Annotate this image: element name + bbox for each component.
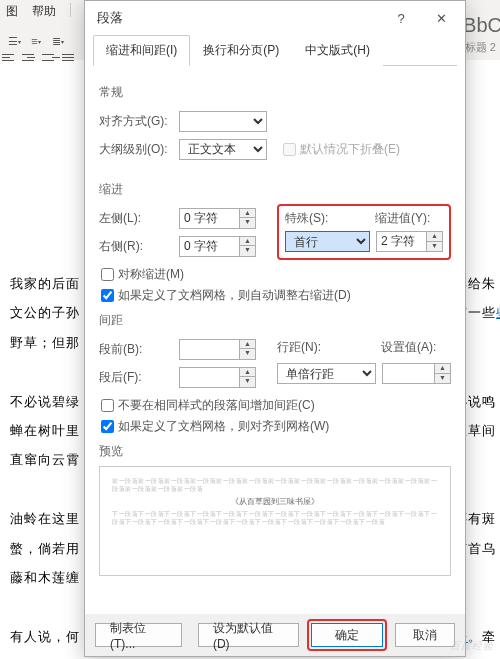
section-preview: 预览 [99, 443, 451, 460]
alignment-select[interactable] [179, 111, 267, 132]
section-spacing: 间距 [99, 312, 451, 329]
dialog-title: 段落 [97, 9, 381, 27]
no-space-checkbox[interactable] [101, 399, 114, 412]
set-value-label: 设置值(A): [381, 339, 451, 356]
alignment-label: 对齐方式(G): [99, 113, 173, 130]
indent-value-input[interactable]: ▲▼ [376, 231, 443, 252]
section-general: 常规 [99, 84, 451, 101]
after-label: 段后(F): [99, 369, 173, 386]
paragraph-dialog: 段落 ? ✕ 缩进和间距(I) 换行和分页(P) 中文版式(H) 常规 对齐方式… [84, 0, 466, 657]
collapse-checkbox [283, 143, 296, 156]
document-body-left: 我家的后面 文公的子孙 野草；但那 不必说碧绿 蝉在树叶里 直窜向云霄 油蛉在这… [10, 272, 80, 659]
tabs-button[interactable]: 制表位(T)... [95, 623, 182, 647]
cancel-button[interactable]: 取消 [395, 623, 455, 647]
outline-select[interactable]: 正文文本 [179, 139, 267, 160]
grid-adjust-checkbox[interactable] [101, 289, 114, 302]
ribbon-list-icons[interactable]: ☰▾ ≡▾ ≣▾ [0, 30, 72, 52]
set-value-input[interactable]: ▲▼ [382, 363, 451, 384]
before-input[interactable]: ▲▼ [179, 339, 256, 360]
right-indent-label: 右侧(R): [99, 238, 173, 255]
tab-asian[interactable]: 中文版式(H) [292, 35, 383, 66]
section-indent: 缩进 [99, 181, 451, 198]
left-indent-label: 左侧(L): [99, 210, 173, 227]
close-button[interactable]: ✕ [421, 3, 461, 33]
ribbon-align-icons[interactable] [2, 50, 80, 64]
grid-align-checkbox[interactable] [101, 420, 114, 433]
help-button[interactable]: ? [381, 3, 421, 33]
right-indent-input[interactable]: ▲▼ [179, 236, 256, 257]
app-menu: 图 帮助 [6, 3, 71, 20]
line-spacing-select[interactable]: 单倍行距 [277, 363, 376, 384]
line-spacing-label: 行距(N): [277, 339, 375, 356]
indent-value-label: 缩进值(Y): [375, 210, 443, 227]
special-select[interactable]: 首行 [285, 231, 370, 252]
special-indent-highlight: 特殊(S): 缩进值(Y): 首行 ▲▼ [277, 204, 451, 260]
tab-line-page[interactable]: 换行和分页(P) [190, 35, 292, 66]
left-indent-input[interactable]: ▲▼ [179, 208, 256, 229]
ok-highlight: 确定 [307, 619, 387, 651]
after-input[interactable]: ▲▼ [179, 367, 256, 388]
tab-indent-spacing[interactable]: 缩进和间距(I) [93, 35, 190, 66]
watermark: 百度经验 [450, 639, 494, 653]
special-label: 特殊(S): [285, 210, 369, 227]
mirror-indent-checkbox[interactable] [101, 268, 114, 281]
dialog-tabs: 缩进和间距(I) 换行和分页(P) 中文版式(H) [85, 35, 465, 66]
outline-label: 大纲级别(O): [99, 141, 173, 158]
set-default-button[interactable]: 设为默认值(D) [198, 623, 299, 647]
preview-box: 前一段落前一段落前一段落前一段落前一段落前一段落前一段落前一段落前一段落前一段落… [99, 466, 451, 576]
before-label: 段前(B): [99, 341, 173, 358]
ok-button[interactable]: 确定 [311, 623, 383, 647]
